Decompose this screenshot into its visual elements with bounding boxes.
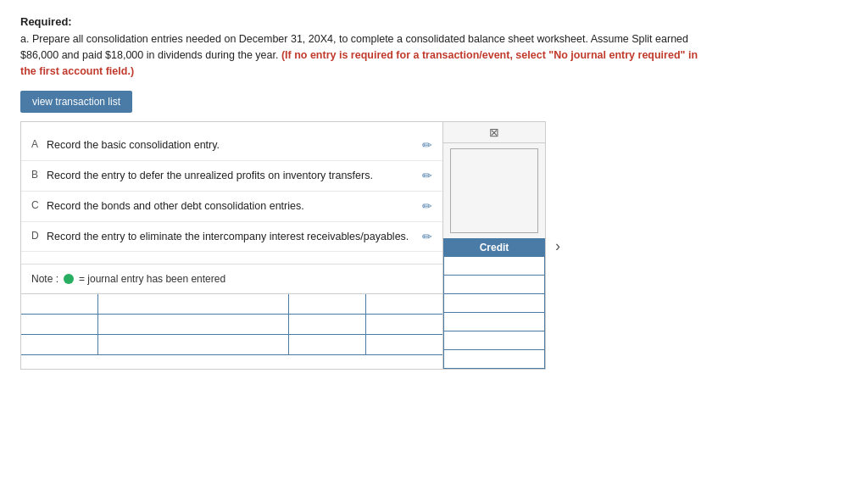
top-right-controls: ⊠ xyxy=(443,122,545,143)
table-row xyxy=(21,335,442,355)
credit-row[interactable] xyxy=(443,294,545,313)
entry-text: Record the bonds and other debt consolid… xyxy=(47,198,414,214)
credit-row[interactable] xyxy=(443,276,545,294)
table-row xyxy=(21,315,442,335)
table-cell[interactable] xyxy=(366,294,442,314)
entry-row: BRecord the entry to defer the unrealize… xyxy=(21,161,442,192)
table-row xyxy=(21,294,442,315)
credit-row[interactable] xyxy=(443,313,545,331)
main-container: ARecord the basic consolidation entry.✏B… xyxy=(20,121,546,370)
table-cell[interactable] xyxy=(98,315,290,334)
entry-text: Record the entry to defer the unrealized… xyxy=(47,168,414,184)
table-cell[interactable] xyxy=(21,335,98,354)
note-text: = journal entry has been entered xyxy=(79,273,225,285)
entry-letter: A xyxy=(31,138,47,150)
right-panel: ⊠ Credit › xyxy=(443,122,545,369)
entry-row: CRecord the bonds and other debt consoli… xyxy=(21,192,442,222)
table-cell[interactable] xyxy=(21,315,98,334)
entry-text: Record the entry to eliminate the interc… xyxy=(47,229,414,245)
required-label: Required: xyxy=(20,15,848,28)
entry-row: ARecord the basic consolidation entry.✏ xyxy=(21,131,442,161)
table-cell[interactable] xyxy=(289,315,366,334)
credit-row[interactable] xyxy=(443,257,545,276)
credit-header: Credit xyxy=(443,238,545,257)
note-section: Note : = journal entry has been entered xyxy=(21,264,442,293)
credit-row[interactable] xyxy=(443,350,545,369)
edit-icon[interactable]: ✏ xyxy=(422,199,432,213)
table-cell[interactable] xyxy=(289,335,366,354)
table-cell[interactable] xyxy=(366,315,442,334)
credit-section: Credit xyxy=(443,238,545,369)
grid-icon[interactable]: ⊠ xyxy=(489,125,499,139)
entry-letter: D xyxy=(31,230,47,242)
right-top-box xyxy=(450,148,538,233)
table-cell[interactable] xyxy=(98,335,290,354)
instructions: a. Prepare all consolidation entries nee… xyxy=(20,31,715,79)
view-transaction-list-button[interactable]: view transaction list xyxy=(20,91,132,113)
credit-rows xyxy=(443,257,545,369)
entry-text: Record the basic consolidation entry. xyxy=(47,137,414,153)
entry-letter: B xyxy=(31,169,47,181)
table-cell[interactable] xyxy=(21,294,98,314)
table-cell[interactable] xyxy=(289,294,366,314)
green-dot-icon xyxy=(64,274,74,284)
edit-icon[interactable]: ✏ xyxy=(422,138,432,152)
bottom-table xyxy=(21,293,442,355)
left-panel: ARecord the basic consolidation entry.✏B… xyxy=(21,122,443,369)
edit-icon[interactable]: ✏ xyxy=(422,169,432,182)
table-cell[interactable] xyxy=(366,335,442,354)
credit-row[interactable] xyxy=(443,331,545,350)
entry-row: DRecord the entry to eliminate the inter… xyxy=(21,222,442,253)
note-label: Note : xyxy=(31,273,58,285)
entry-letter: C xyxy=(31,199,47,211)
edit-icon[interactable]: ✏ xyxy=(422,230,432,243)
table-cell[interactable] xyxy=(98,294,290,314)
entry-list: ARecord the basic consolidation entry.✏B… xyxy=(21,122,442,260)
chevron-right-icon[interactable]: › xyxy=(555,237,560,254)
